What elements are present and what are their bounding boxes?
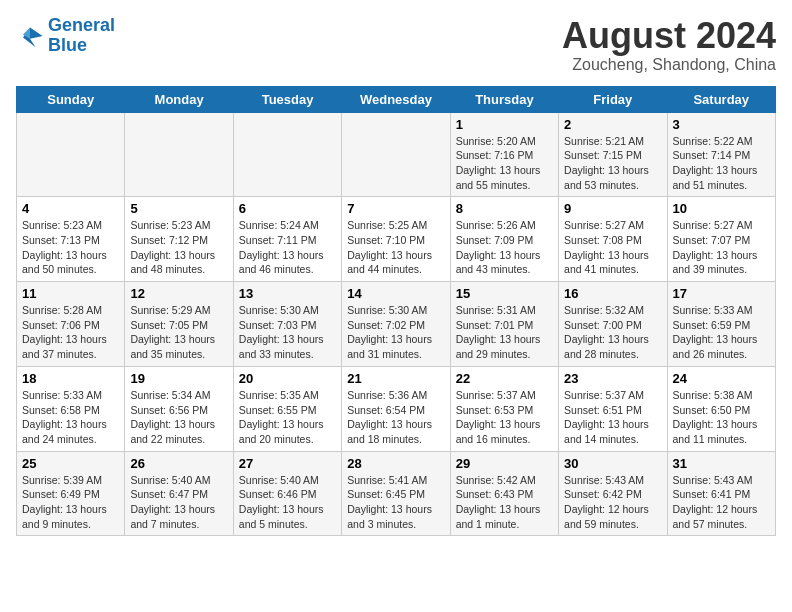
day-info: Sunrise: 5:39 AM Sunset: 6:49 PM Dayligh… — [22, 473, 119, 532]
day-number: 13 — [239, 286, 336, 301]
day-number: 2 — [564, 117, 661, 132]
day-number: 7 — [347, 201, 444, 216]
day-number: 8 — [456, 201, 553, 216]
calendar-cell: 6Sunrise: 5:24 AM Sunset: 7:11 PM Daylig… — [233, 197, 341, 282]
calendar-cell: 9Sunrise: 5:27 AM Sunset: 7:08 PM Daylig… — [559, 197, 667, 282]
calendar-cell: 15Sunrise: 5:31 AM Sunset: 7:01 PM Dayli… — [450, 282, 558, 367]
title-area: August 2024 Zoucheng, Shandong, China — [562, 16, 776, 74]
calendar-cell: 10Sunrise: 5:27 AM Sunset: 7:07 PM Dayli… — [667, 197, 775, 282]
calendar-cell: 31Sunrise: 5:43 AM Sunset: 6:41 PM Dayli… — [667, 451, 775, 536]
week-row-5: 25Sunrise: 5:39 AM Sunset: 6:49 PM Dayli… — [17, 451, 776, 536]
calendar-cell: 19Sunrise: 5:34 AM Sunset: 6:56 PM Dayli… — [125, 366, 233, 451]
day-number: 23 — [564, 371, 661, 386]
header-row: SundayMondayTuesdayWednesdayThursdayFrid… — [17, 86, 776, 112]
week-row-2: 4Sunrise: 5:23 AM Sunset: 7:13 PM Daylig… — [17, 197, 776, 282]
calendar-cell: 8Sunrise: 5:26 AM Sunset: 7:09 PM Daylig… — [450, 197, 558, 282]
day-info: Sunrise: 5:20 AM Sunset: 7:16 PM Dayligh… — [456, 134, 553, 193]
calendar-cell: 3Sunrise: 5:22 AM Sunset: 7:14 PM Daylig… — [667, 112, 775, 197]
day-number: 30 — [564, 456, 661, 471]
calendar-cell: 23Sunrise: 5:37 AM Sunset: 6:51 PM Dayli… — [559, 366, 667, 451]
calendar-cell: 14Sunrise: 5:30 AM Sunset: 7:02 PM Dayli… — [342, 282, 450, 367]
calendar-cell: 1Sunrise: 5:20 AM Sunset: 7:16 PM Daylig… — [450, 112, 558, 197]
day-number: 25 — [22, 456, 119, 471]
day-number: 22 — [456, 371, 553, 386]
calendar-header: SundayMondayTuesdayWednesdayThursdayFrid… — [17, 86, 776, 112]
day-info: Sunrise: 5:43 AM Sunset: 6:41 PM Dayligh… — [673, 473, 770, 532]
day-info: Sunrise: 5:21 AM Sunset: 7:15 PM Dayligh… — [564, 134, 661, 193]
day-info: Sunrise: 5:41 AM Sunset: 6:45 PM Dayligh… — [347, 473, 444, 532]
calendar-cell — [17, 112, 125, 197]
day-number: 5 — [130, 201, 227, 216]
day-info: Sunrise: 5:37 AM Sunset: 6:51 PM Dayligh… — [564, 388, 661, 447]
calendar-cell: 11Sunrise: 5:28 AM Sunset: 7:06 PM Dayli… — [17, 282, 125, 367]
header-monday: Monday — [125, 86, 233, 112]
day-number: 29 — [456, 456, 553, 471]
header-saturday: Saturday — [667, 86, 775, 112]
day-info: Sunrise: 5:27 AM Sunset: 7:08 PM Dayligh… — [564, 218, 661, 277]
calendar-cell — [233, 112, 341, 197]
day-info: Sunrise: 5:40 AM Sunset: 6:46 PM Dayligh… — [239, 473, 336, 532]
day-number: 18 — [22, 371, 119, 386]
header-wednesday: Wednesday — [342, 86, 450, 112]
calendar-cell: 13Sunrise: 5:30 AM Sunset: 7:03 PM Dayli… — [233, 282, 341, 367]
calendar-cell — [342, 112, 450, 197]
logo-text: General Blue — [48, 16, 115, 56]
calendar-cell: 30Sunrise: 5:43 AM Sunset: 6:42 PM Dayli… — [559, 451, 667, 536]
day-number: 26 — [130, 456, 227, 471]
header-friday: Friday — [559, 86, 667, 112]
day-info: Sunrise: 5:27 AM Sunset: 7:07 PM Dayligh… — [673, 218, 770, 277]
calendar-cell: 28Sunrise: 5:41 AM Sunset: 6:45 PM Dayli… — [342, 451, 450, 536]
calendar-cell: 21Sunrise: 5:36 AM Sunset: 6:54 PM Dayli… — [342, 366, 450, 451]
page-header: General Blue August 2024 Zoucheng, Shand… — [16, 16, 776, 74]
svg-marker-0 — [23, 27, 43, 47]
day-info: Sunrise: 5:40 AM Sunset: 6:47 PM Dayligh… — [130, 473, 227, 532]
day-info: Sunrise: 5:31 AM Sunset: 7:01 PM Dayligh… — [456, 303, 553, 362]
day-number: 20 — [239, 371, 336, 386]
day-number: 4 — [22, 201, 119, 216]
calendar-cell: 20Sunrise: 5:35 AM Sunset: 6:55 PM Dayli… — [233, 366, 341, 451]
day-number: 14 — [347, 286, 444, 301]
calendar-cell — [125, 112, 233, 197]
day-info: Sunrise: 5:28 AM Sunset: 7:06 PM Dayligh… — [22, 303, 119, 362]
day-info: Sunrise: 5:30 AM Sunset: 7:02 PM Dayligh… — [347, 303, 444, 362]
day-info: Sunrise: 5:23 AM Sunset: 7:12 PM Dayligh… — [130, 218, 227, 277]
calendar-cell: 5Sunrise: 5:23 AM Sunset: 7:12 PM Daylig… — [125, 197, 233, 282]
calendar-cell: 16Sunrise: 5:32 AM Sunset: 7:00 PM Dayli… — [559, 282, 667, 367]
logo-icon — [16, 22, 44, 50]
calendar-cell: 4Sunrise: 5:23 AM Sunset: 7:13 PM Daylig… — [17, 197, 125, 282]
day-info: Sunrise: 5:36 AM Sunset: 6:54 PM Dayligh… — [347, 388, 444, 447]
calendar-cell: 17Sunrise: 5:33 AM Sunset: 6:59 PM Dayli… — [667, 282, 775, 367]
location-subtitle: Zoucheng, Shandong, China — [562, 56, 776, 74]
day-info: Sunrise: 5:33 AM Sunset: 6:58 PM Dayligh… — [22, 388, 119, 447]
week-row-4: 18Sunrise: 5:33 AM Sunset: 6:58 PM Dayli… — [17, 366, 776, 451]
calendar-cell: 22Sunrise: 5:37 AM Sunset: 6:53 PM Dayli… — [450, 366, 558, 451]
day-number: 3 — [673, 117, 770, 132]
day-info: Sunrise: 5:35 AM Sunset: 6:55 PM Dayligh… — [239, 388, 336, 447]
day-info: Sunrise: 5:34 AM Sunset: 6:56 PM Dayligh… — [130, 388, 227, 447]
day-number: 9 — [564, 201, 661, 216]
calendar-cell: 2Sunrise: 5:21 AM Sunset: 7:15 PM Daylig… — [559, 112, 667, 197]
day-info: Sunrise: 5:38 AM Sunset: 6:50 PM Dayligh… — [673, 388, 770, 447]
logo: General Blue — [16, 16, 115, 56]
day-info: Sunrise: 5:43 AM Sunset: 6:42 PM Dayligh… — [564, 473, 661, 532]
calendar-cell: 24Sunrise: 5:38 AM Sunset: 6:50 PM Dayli… — [667, 366, 775, 451]
calendar-body: 1Sunrise: 5:20 AM Sunset: 7:16 PM Daylig… — [17, 112, 776, 536]
day-info: Sunrise: 5:30 AM Sunset: 7:03 PM Dayligh… — [239, 303, 336, 362]
day-number: 28 — [347, 456, 444, 471]
day-number: 12 — [130, 286, 227, 301]
header-thursday: Thursday — [450, 86, 558, 112]
day-number: 27 — [239, 456, 336, 471]
day-number: 11 — [22, 286, 119, 301]
day-number: 17 — [673, 286, 770, 301]
day-info: Sunrise: 5:42 AM Sunset: 6:43 PM Dayligh… — [456, 473, 553, 532]
day-info: Sunrise: 5:33 AM Sunset: 6:59 PM Dayligh… — [673, 303, 770, 362]
day-number: 10 — [673, 201, 770, 216]
header-tuesday: Tuesday — [233, 86, 341, 112]
day-number: 21 — [347, 371, 444, 386]
week-row-3: 11Sunrise: 5:28 AM Sunset: 7:06 PM Dayli… — [17, 282, 776, 367]
day-number: 6 — [239, 201, 336, 216]
day-info: Sunrise: 5:29 AM Sunset: 7:05 PM Dayligh… — [130, 303, 227, 362]
calendar-cell: 26Sunrise: 5:40 AM Sunset: 6:47 PM Dayli… — [125, 451, 233, 536]
day-info: Sunrise: 5:24 AM Sunset: 7:11 PM Dayligh… — [239, 218, 336, 277]
calendar-table: SundayMondayTuesdayWednesdayThursdayFrid… — [16, 86, 776, 537]
